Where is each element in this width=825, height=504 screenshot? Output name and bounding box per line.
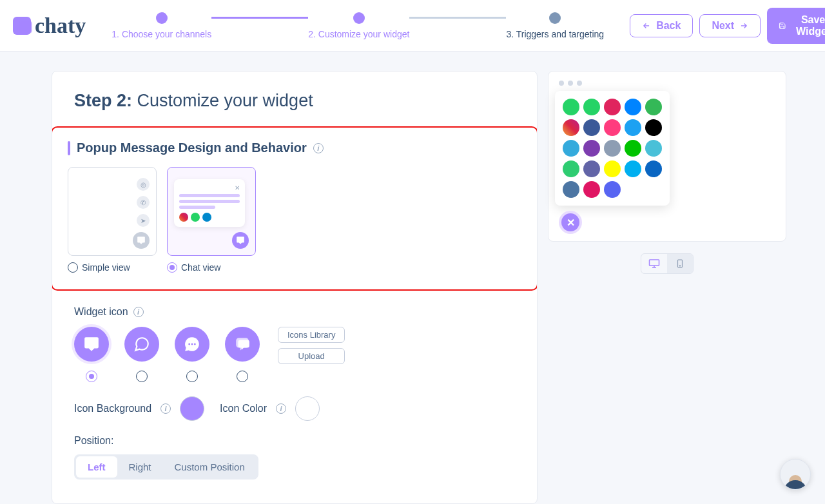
logo-mark-icon bbox=[13, 17, 31, 35]
arrow-left-icon bbox=[642, 21, 651, 30]
step-1-label: 1. Choose your channels bbox=[112, 29, 211, 39]
next-label: Next bbox=[712, 20, 734, 32]
view-option-chat[interactable]: ✕ bbox=[167, 167, 256, 273]
device-toggle bbox=[641, 253, 694, 274]
preview-panel: ✕ bbox=[548, 71, 786, 242]
telegram-mini-icon: ➤ bbox=[137, 214, 150, 227]
channel-icon[interactable] bbox=[563, 99, 579, 115]
whatsapp-mini-icon: ✆ bbox=[137, 196, 150, 209]
channel-icon[interactable] bbox=[645, 140, 662, 157]
channel-icon[interactable] bbox=[563, 181, 579, 198]
channel-icon[interactable] bbox=[583, 99, 600, 115]
info-icon[interactable]: i bbox=[276, 403, 286, 414]
position-label: Position: bbox=[74, 435, 515, 447]
svg-point-0 bbox=[188, 344, 190, 345]
position-left[interactable]: Left bbox=[76, 456, 117, 478]
panel-title: Step 2: Customize your widget bbox=[52, 91, 537, 126]
channel-icon[interactable] bbox=[583, 181, 600, 198]
back-label: Back bbox=[656, 20, 681, 32]
simple-view-radio[interactable]: Simple view bbox=[68, 262, 157, 273]
channel-icon[interactable] bbox=[625, 119, 641, 136]
radio-icon bbox=[86, 371, 97, 382]
channel-icon[interactable] bbox=[645, 119, 662, 136]
channel-icon[interactable] bbox=[604, 119, 621, 136]
view-option-simple[interactable]: ◎ ✆ ➤ Simple view bbox=[68, 167, 157, 273]
step-2[interactable]: 2. Customize your widget bbox=[308, 12, 409, 39]
save-label: Save Widget bbox=[791, 14, 825, 37]
instagram-mini-icon: ◎ bbox=[137, 178, 150, 191]
chat-view-label: Chat view bbox=[181, 262, 220, 273]
panel-title-rest: Customize your widget bbox=[132, 91, 313, 110]
channel-icon[interactable] bbox=[604, 181, 621, 198]
icons-library-button[interactable]: Icons Library bbox=[278, 327, 345, 343]
channel-icon[interactable] bbox=[625, 160, 641, 177]
icon-bg-swatch[interactable] bbox=[180, 396, 204, 421]
widget-icon-choice-2[interactable] bbox=[124, 327, 159, 382]
header-actions: Back Next Save Widget bbox=[630, 8, 825, 44]
radio-icon bbox=[68, 262, 78, 273]
channel-icon[interactable] bbox=[563, 140, 579, 157]
widget-icon-section: Widget icon i bbox=[52, 306, 537, 382]
window-dots-icon bbox=[555, 78, 779, 91]
info-icon[interactable]: i bbox=[313, 143, 324, 153]
close-widget-button[interactable]: ✕ bbox=[561, 213, 579, 231]
stepper: 1. Choose your channels 2. Customize you… bbox=[112, 12, 604, 39]
logo: chaty bbox=[13, 14, 86, 38]
desktop-icon bbox=[648, 258, 660, 269]
step-1[interactable]: 1. Choose your channels bbox=[112, 12, 211, 39]
step-3[interactable]: 3. Triggers and targeting bbox=[506, 12, 604, 39]
mobile-icon bbox=[675, 258, 684, 269]
save-button-group: Save Widget bbox=[767, 8, 825, 44]
channel-icon[interactable] bbox=[604, 160, 621, 177]
step-line-2 bbox=[409, 17, 506, 19]
app-header: chaty 1. Choose your channels 2. Customi… bbox=[0, 0, 825, 52]
step-circle-icon bbox=[549, 12, 561, 24]
channel-icon[interactable] bbox=[604, 99, 621, 115]
widget-icon-choice-3[interactable] bbox=[175, 327, 209, 382]
channel-icon[interactable] bbox=[625, 140, 641, 157]
icon-bg-label: Icon Background bbox=[74, 403, 151, 414]
popup-design-section: Popup Message Design and Behavior i ◎ ✆ … bbox=[52, 126, 538, 291]
next-button[interactable]: Next bbox=[699, 14, 761, 37]
icon-color-swatch[interactable] bbox=[295, 396, 320, 421]
channel-icon[interactable] bbox=[563, 119, 579, 136]
simple-view-card: ◎ ✆ ➤ bbox=[68, 167, 157, 256]
colors-section: Icon Background i Icon Color i bbox=[52, 396, 537, 421]
channel-icon[interactable] bbox=[583, 119, 600, 136]
chat-view-radio[interactable]: Chat view bbox=[167, 262, 256, 273]
channel-icon[interactable] bbox=[604, 140, 621, 157]
svg-point-1 bbox=[191, 344, 193, 345]
support-avatar[interactable] bbox=[780, 459, 811, 490]
info-icon[interactable]: i bbox=[133, 307, 144, 317]
chat-icon-4 bbox=[225, 327, 260, 362]
chat-bubble-icon bbox=[133, 232, 150, 249]
arrow-right-icon bbox=[739, 21, 748, 30]
step-2-label: 2. Customize your widget bbox=[308, 29, 409, 39]
channel-icon[interactable] bbox=[645, 99, 662, 115]
channel-icon[interactable] bbox=[645, 160, 662, 177]
device-desktop[interactable] bbox=[641, 254, 667, 273]
body: Step 2: Customize your widget Popup Mess… bbox=[0, 52, 825, 504]
channel-icon[interactable] bbox=[563, 160, 579, 177]
widget-icon-choice-4[interactable] bbox=[225, 327, 260, 382]
back-button[interactable]: Back bbox=[630, 14, 693, 37]
widget-icon-choice-1[interactable] bbox=[74, 327, 109, 382]
channel-icon[interactable] bbox=[583, 140, 600, 157]
widget-icon-row: Icons Library Upload bbox=[74, 327, 515, 382]
radio-icon bbox=[237, 371, 248, 382]
device-mobile[interactable] bbox=[667, 254, 693, 273]
chat-icon-2 bbox=[124, 327, 159, 362]
channel-icon[interactable] bbox=[583, 160, 600, 177]
channel-icon[interactable] bbox=[625, 99, 641, 115]
info-icon[interactable]: i bbox=[160, 403, 171, 414]
whatsapp-chip-icon bbox=[191, 213, 200, 222]
main-panel: Step 2: Customize your widget Popup Mess… bbox=[52, 71, 538, 504]
save-widget-button[interactable]: Save Widget bbox=[767, 8, 825, 44]
position-custom[interactable]: Custom Position bbox=[163, 456, 257, 478]
panel-title-strong: Step 2: bbox=[74, 91, 132, 110]
radio-icon bbox=[186, 371, 198, 382]
position-segmented: Left Right Custom Position bbox=[74, 454, 258, 480]
position-right[interactable]: Right bbox=[117, 456, 163, 478]
upload-button[interactable]: Upload bbox=[278, 348, 345, 364]
telegram-chip-icon bbox=[202, 213, 211, 222]
